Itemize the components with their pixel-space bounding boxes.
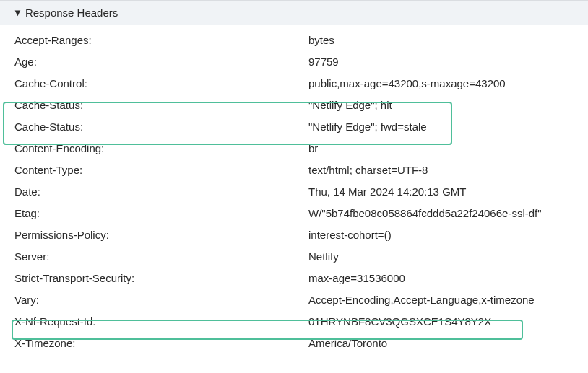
header-key: Permissions-Policy:: [14, 227, 308, 243]
header-row: Accept-Ranges:bytes: [0, 30, 588, 51]
header-value: 97759: [308, 54, 574, 70]
header-value: Netlify: [308, 249, 574, 265]
header-value: Thu, 14 Mar 2024 14:20:13 GMT: [308, 184, 574, 200]
header-value: interest-cohort=(): [308, 227, 574, 243]
header-key: Cache-Status:: [14, 97, 308, 113]
header-value: Accept-Encoding,Accept-Language,x-timezo…: [308, 292, 574, 308]
header-row: X-Timezone:America/Toronto: [0, 333, 588, 354]
header-value: public,max-age=43200,s-maxage=43200: [308, 76, 574, 92]
header-row: Strict-Transport-Security:max-age=315360…: [0, 268, 588, 289]
header-key: Accept-Ranges:: [14, 32, 308, 48]
response-headers-toggle[interactable]: ▼ Response Headers: [0, 1, 588, 25]
header-value: America/Toronto: [308, 335, 574, 351]
response-headers-panel: ▼ Response Headers Accept-Ranges:bytes A…: [0, 0, 588, 364]
header-key: Age:: [14, 54, 308, 70]
header-key: Cache-Status:: [14, 119, 308, 135]
header-row: Date:Thu, 14 Mar 2024 14:20:13 GMT: [0, 181, 588, 203]
header-key: Date:: [14, 184, 308, 200]
header-row: Cache-Control:public,max-age=43200,s-max…: [0, 73, 588, 95]
header-value: bytes: [308, 32, 574, 48]
header-key: Etag:: [14, 206, 308, 221]
header-key: Content-Encoding:: [14, 141, 308, 157]
header-key: X-Timezone:: [14, 335, 308, 351]
header-value: W/"5b74fbe08c058864fcddd5a22f24066e-ssl-…: [308, 206, 574, 221]
header-row: Cache-Status:"Netlify Edge"; hit: [0, 95, 588, 116]
header-key: Strict-Transport-Security:: [14, 271, 308, 286]
header-row: Content-Type:text/html; charset=UTF-8: [0, 159, 588, 181]
header-value: max-age=31536000: [308, 271, 574, 286]
header-row: Etag:W/"5b74fbe08c058864fcddd5a22f24066e…: [0, 203, 588, 224]
header-key: Cache-Control:: [14, 76, 308, 92]
section-title: Response Headers: [25, 6, 118, 19]
header-key: Content-Type:: [14, 162, 308, 178]
header-row: Vary:Accept-Encoding,Accept-Language,x-t…: [0, 289, 588, 311]
header-key: Vary:: [14, 292, 308, 308]
header-row: Server:Netlify: [0, 246, 588, 268]
disclosure-triangle-icon: ▼: [13, 8, 22, 17]
header-key: X-Nf-Request-Id:: [14, 314, 308, 330]
header-row: Permissions-Policy:interest-cohort=(): [0, 224, 588, 246]
header-value: "Netlify Edge"; fwd=stale: [308, 119, 574, 135]
header-rows: Accept-Ranges:bytes Age:97759 Cache-Cont…: [0, 25, 588, 364]
header-value: "Netlify Edge"; hit: [308, 97, 574, 113]
header-row: Content-Encoding:br: [0, 138, 588, 159]
header-row: Age:97759: [0, 51, 588, 73]
header-value: br: [308, 141, 574, 157]
header-row: X-Nf-Request-Id:01HRYNBF8CV3QGSXCE1S4Y8Y…: [0, 311, 588, 333]
header-value: 01HRYNBF8CV3QGSXCE1S4Y8Y2X: [308, 314, 574, 330]
header-value: text/html; charset=UTF-8: [308, 162, 574, 178]
header-row: Cache-Status:"Netlify Edge"; fwd=stale: [0, 116, 588, 138]
header-key: Server:: [14, 249, 308, 265]
